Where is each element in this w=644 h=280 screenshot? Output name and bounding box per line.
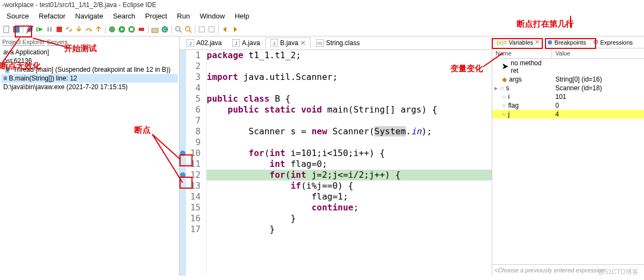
line-number[interactable]: 5 xyxy=(179,94,204,104)
line-number[interactable]: 10 xyxy=(179,148,204,159)
line-number[interactable]: 8 xyxy=(179,126,204,137)
close-icon[interactable]: ✕ xyxy=(300,39,306,47)
line-number[interactable]: 16 xyxy=(179,213,204,224)
line-number[interactable]: 4 xyxy=(179,83,204,94)
debug-thread[interactable]: 🧵 Thread [main] (Suspended (breakpoint a… xyxy=(1,65,178,74)
arg-icon: ◆ xyxy=(502,76,507,83)
variable-row[interactable]: ▸○ sScanner (id=18) xyxy=(492,84,644,92)
variable-row[interactable]: ○ j4 xyxy=(492,110,644,119)
menu-refactor[interactable]: Refactor xyxy=(34,11,70,21)
code-line[interactable]: int flag=0; xyxy=(207,159,492,170)
forward-icon[interactable] xyxy=(231,25,239,34)
col-value[interactable]: Value xyxy=(552,48,644,58)
code-line[interactable]: for(int i=101;i<150;i++) { xyxy=(207,148,492,159)
variable-row[interactable]: ○ i101 xyxy=(492,92,644,101)
svg-text:C: C xyxy=(163,27,167,32)
line-number[interactable]: 14 xyxy=(179,191,204,202)
expressions-tab[interactable]: ✪Expressions xyxy=(590,38,636,47)
skip-breakpoints-icon[interactable] xyxy=(26,25,34,34)
back-icon[interactable] xyxy=(221,25,230,34)
code-line[interactable] xyxy=(207,83,492,94)
left-pane: Project Explorer Servers ava Application… xyxy=(0,36,179,276)
suspend-icon[interactable] xyxy=(45,25,54,34)
code-line[interactable]: public static void main(String[] args) { xyxy=(207,104,492,115)
line-number[interactable]: 12 xyxy=(179,170,204,181)
terminate-icon[interactable] xyxy=(55,25,64,34)
save-icon[interactable] xyxy=(12,25,21,34)
line-gutter[interactable]: 1234567891011121314151617 xyxy=(179,50,207,276)
debug-icon[interactable] xyxy=(108,25,116,34)
menu-window[interactable]: Window xyxy=(195,11,229,21)
variables-tab[interactable]: (x)=Variables ✕ xyxy=(493,38,543,47)
resume-icon[interactable] xyxy=(35,25,44,34)
variable-row[interactable]: ⮞ no method ret xyxy=(492,59,644,75)
variables-icon: (x)= xyxy=(497,39,507,46)
debug-process[interactable]: D:\java\bin\javaw.exe (2021-7-20 17:15:1… xyxy=(1,83,178,91)
step-return-icon[interactable] xyxy=(94,25,103,34)
close-icon[interactable]: ✕ xyxy=(535,39,540,46)
menu-run[interactable]: Run xyxy=(172,11,194,21)
line-number[interactable]: 17 xyxy=(179,224,204,235)
info-icon: ⮞ xyxy=(502,63,509,71)
code-editor[interactable]: 1234567891011121314151617 package t1_1.t… xyxy=(179,50,492,276)
ext-tools-icon[interactable] xyxy=(137,25,146,34)
new-icon[interactable] xyxy=(2,25,11,34)
line-number[interactable]: 1 xyxy=(179,50,204,61)
line-number[interactable]: 7 xyxy=(179,115,204,126)
code-line[interactable]: for(int j=2;j<=i/2;j++) { xyxy=(207,170,492,181)
code-line[interactable]: if(i%j==0) { xyxy=(207,181,492,191)
open-type-icon[interactable] xyxy=(174,25,183,34)
line-number[interactable]: 3 xyxy=(179,72,204,83)
code-line[interactable]: public class B { xyxy=(207,94,492,104)
code-line[interactable]: import java.util.Scanner; xyxy=(207,72,492,83)
tab-a[interactable]: JA.java xyxy=(227,38,265,48)
debug-app[interactable]: ava Application] xyxy=(1,48,178,57)
debug-host[interactable]: ost:62136 xyxy=(1,57,178,65)
java-file-icon: J xyxy=(187,39,194,47)
tb-icon-1[interactable] xyxy=(197,25,206,34)
code-line[interactable] xyxy=(207,137,492,148)
tab-a02[interactable]: JA02.java xyxy=(182,38,227,48)
line-number[interactable]: 11 xyxy=(179,159,204,170)
code-line[interactable] xyxy=(207,115,492,126)
menu-project[interactable]: Project xyxy=(141,11,171,21)
menu-source[interactable]: Source xyxy=(2,11,33,21)
menu-help[interactable]: Help xyxy=(230,11,253,21)
coverage-icon[interactable] xyxy=(127,25,136,34)
breakpoints-tab[interactable]: Breakpoints xyxy=(544,38,589,47)
code-body[interactable]: package t1_1.t1_2;import java.util.Scann… xyxy=(207,50,492,276)
line-number[interactable]: 15 xyxy=(179,202,204,213)
tab-string[interactable]: 01String.class xyxy=(311,38,364,48)
step-over-icon[interactable] xyxy=(84,25,93,34)
line-number[interactable]: 9 xyxy=(179,137,204,148)
breakpoint-marker[interactable] xyxy=(180,172,185,178)
variable-row[interactable]: ◆ argsString[0] (id=16) xyxy=(492,75,644,84)
code-line[interactable]: continue; xyxy=(207,202,492,213)
code-line[interactable]: } xyxy=(207,213,492,224)
svg-text:J: J xyxy=(273,41,276,46)
tab-b[interactable]: JB.java ✕ xyxy=(265,38,311,48)
svg-text:01: 01 xyxy=(318,41,323,46)
menu-navigate[interactable]: Navigate xyxy=(71,11,107,21)
code-line[interactable]: } xyxy=(207,224,492,235)
code-line[interactable] xyxy=(207,61,492,72)
local-var-icon: ○ xyxy=(500,84,504,92)
run-icon[interactable] xyxy=(117,25,126,34)
tb-icon-2[interactable] xyxy=(207,25,216,34)
search-icon[interactable] xyxy=(184,25,193,34)
code-line[interactable]: flag=1; xyxy=(207,191,492,202)
debug-frame[interactable]: ≡ B.main(String[]) line: 12 xyxy=(1,74,178,83)
menu-search[interactable]: Search xyxy=(109,11,140,21)
code-line[interactable]: package t1_1.t1_2; xyxy=(207,50,492,61)
new-class-icon[interactable]: C xyxy=(160,25,169,34)
variable-row[interactable]: ○ flag0 xyxy=(492,101,644,110)
expand-icon[interactable]: ▸ xyxy=(494,84,498,92)
new-pkg-icon[interactable] xyxy=(151,25,159,34)
svg-rect-0 xyxy=(4,26,9,33)
line-number[interactable]: 2 xyxy=(179,61,204,72)
step-into-icon[interactable] xyxy=(75,25,83,34)
disconnect-icon[interactable] xyxy=(65,25,73,34)
code-line[interactable]: Scanner s = new Scanner(System.in); xyxy=(207,126,492,137)
breakpoint-marker[interactable] xyxy=(180,151,185,156)
line-number[interactable]: 6 xyxy=(179,104,204,115)
